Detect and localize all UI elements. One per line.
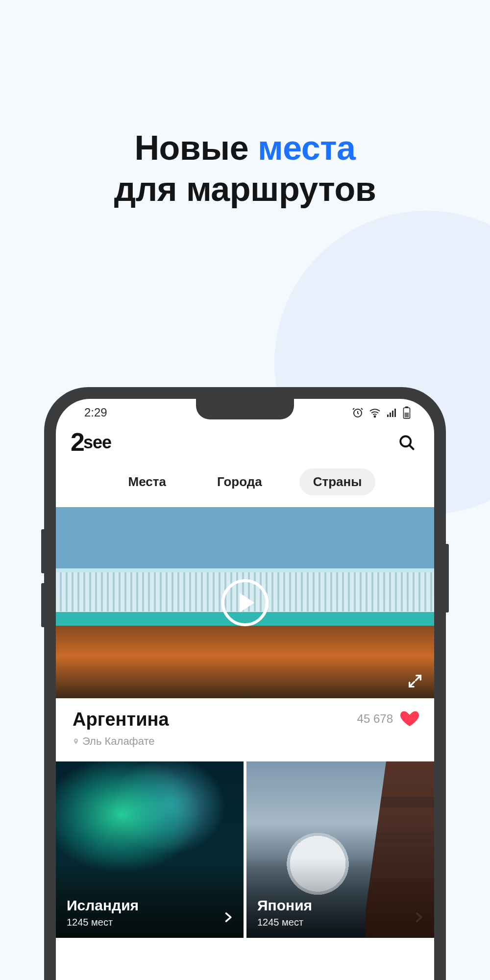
hero-title: Аргентина <box>73 709 169 730</box>
phone-notch <box>196 399 294 419</box>
headline-text-pre: Новые <box>135 129 258 167</box>
play-icon <box>240 593 254 612</box>
chevron-right-icon[interactable] <box>412 910 425 924</box>
app-logo: 2see <box>71 432 111 453</box>
hero-location: Эль Калафате <box>73 735 169 748</box>
search-icon[interactable] <box>398 434 416 451</box>
svg-point-1 <box>374 416 376 417</box>
status-icons <box>352 406 411 419</box>
hero-meta-right: 45 678 <box>357 709 419 729</box>
hero-location-text: Эль Калафате <box>82 735 155 748</box>
logo-prefix: 2 <box>71 432 84 453</box>
card-info: Исландия 1245 мест <box>67 897 214 928</box>
tab-countries[interactable]: Страны <box>299 468 376 495</box>
logo-text: see <box>83 432 111 453</box>
chevron-right-icon[interactable] <box>221 910 235 924</box>
phone-screen: 2:29 2see Места Города Страны <box>56 399 434 980</box>
category-tabs: Места Города Страны <box>56 456 434 507</box>
expand-icon <box>407 673 423 689</box>
headline-accent: места <box>258 129 355 167</box>
card-info: Япония 1245 мест <box>257 897 405 928</box>
svg-rect-7 <box>405 407 409 408</box>
hero-meta: Аргентина Эль Калафате 45 678 <box>56 698 434 761</box>
heart-icon[interactable] <box>400 709 419 729</box>
card-subtitle: 1245 мест <box>257 917 405 928</box>
grid-card-japan[interactable]: Япония 1245 мест <box>246 761 434 938</box>
app-header: 2see <box>56 426 434 456</box>
svg-rect-4 <box>392 411 393 417</box>
svg-line-10 <box>410 445 414 449</box>
svg-rect-3 <box>390 413 391 417</box>
phone-frame: 2:29 2see Места Города Страны <box>44 387 446 980</box>
battery-icon <box>403 406 411 419</box>
card-title: Япония <box>257 897 405 914</box>
alarm-icon <box>352 407 364 418</box>
svg-rect-2 <box>387 415 389 417</box>
hero-video-card[interactable] <box>56 507 434 698</box>
wifi-icon <box>368 407 381 418</box>
like-count: 45 678 <box>357 712 393 726</box>
grid-card-iceland[interactable]: Исландия 1245 мест <box>56 761 244 938</box>
tab-cities[interactable]: Города <box>203 468 276 495</box>
expand-button[interactable] <box>407 673 423 689</box>
hero-meta-left: Аргентина Эль Калафате <box>73 709 169 748</box>
card-title: Исландия <box>67 897 214 914</box>
headline-text-post: для маршрутов <box>114 170 376 208</box>
status-time: 2:29 <box>84 406 107 419</box>
destination-grid: Исландия 1245 мест Япония 1245 мест <box>56 761 434 938</box>
signal-icon <box>386 407 398 418</box>
svg-rect-8 <box>405 413 409 417</box>
marketing-headline: Новые места для маршрутов <box>0 127 490 210</box>
play-button[interactable] <box>221 579 269 626</box>
card-subtitle: 1245 мест <box>67 917 214 928</box>
pin-icon <box>73 736 79 746</box>
svg-rect-5 <box>394 409 396 417</box>
tab-places[interactable]: Места <box>115 468 180 495</box>
